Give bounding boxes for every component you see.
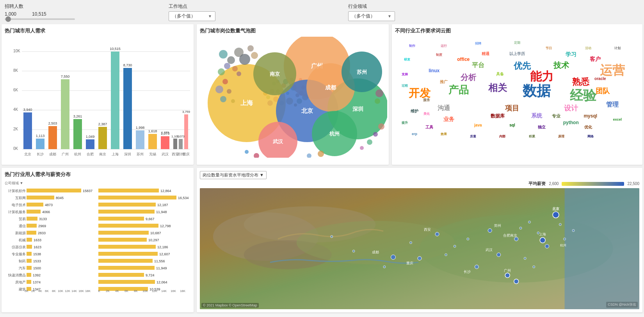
bar-industry-12[interactable] [27,273,31,277]
word-proficient[interactable]: 精通 [482,51,489,57]
word-system2[interactable]: 制度 [436,53,442,57]
word-analyze[interactable]: 分析 [461,72,476,83]
salary-bar-13[interactable] [98,280,155,284]
word-tech[interactable]: 技术 [553,60,569,70]
salary-bar-1[interactable] [98,196,176,199]
word-design[interactable]: 设计 [564,103,578,113]
word-project[interactable]: 项目 [505,103,519,113]
word-tool[interactable]: 工具 [425,125,433,130]
word-principle[interactable]: 原理 [558,134,564,139]
word-with[interactable]: 具备 [496,71,504,77]
word-erp[interactable]: erp [412,132,417,136]
word-preferred[interactable]: 优先 [514,60,531,72]
map-dot-xian[interactable] [435,232,439,236]
bar-industry-0[interactable] [27,189,81,192]
bar-industry-11[interactable] [27,266,32,270]
bar-industry-7[interactable] [27,238,32,242]
word-oracle[interactable]: oracle [594,77,606,81]
bar-hangzhou[interactable] [73,119,82,149]
bar-shenzhen[interactable] [123,68,132,149]
slider-track[interactable] [5,18,75,20]
word-beautify[interactable]: 美化 [423,112,430,116]
bar-shanghai[interactable] [111,52,119,149]
salary-bar-3[interactable] [98,210,155,214]
word-team[interactable]: 团队 [596,86,610,96]
bar-industry-9[interactable] [27,252,32,256]
word-communicate[interactable]: 沟通 [438,104,450,112]
map-dot-shenzhen[interactable] [514,279,519,284]
bar-industry-3[interactable] [27,210,41,214]
map-dot-hefei[interactable] [514,237,518,241]
bar-suzhou[interactable] [136,130,144,149]
salary-bar-9[interactable] [98,252,158,256]
work-location-dropdown[interactable]: （多个值） ▼ [169,11,215,21]
word-run[interactable]: 运行 [441,44,447,48]
bar-chengdu[interactable] [48,126,57,149]
bar-industry-6[interactable] [27,231,36,235]
word-rd[interactable]: 研发 [404,57,410,62]
word-quality[interactable]: 质量 [470,134,476,139]
salary-bar-10[interactable] [98,259,153,263]
word-plan[interactable]: 计划 [614,46,621,50]
word-holiday[interactable]: 节日 [546,46,552,50]
word-professional[interactable]: 专业 [552,113,560,119]
bar-changsha[interactable] [36,139,44,149]
word-service[interactable]: 服务 [423,98,430,103]
map-dot-changsha[interactable] [475,265,479,269]
word-excel[interactable]: excel [613,118,622,121]
word-system[interactable]: 系统 [531,112,542,119]
salary-bar-5[interactable] [98,224,158,228]
bar-xian[interactable] [173,139,177,149]
bar-industry-1[interactable] [27,196,54,199]
word-java[interactable]: java [474,123,482,127]
bar-industry-2[interactable] [27,203,43,207]
bar-hefei[interactable] [86,139,94,149]
salary-bar-12[interactable] [98,273,144,277]
salary-bar-4[interactable] [98,217,144,221]
bar-industry-10[interactable] [27,259,32,263]
word-customer[interactable]: 客户 [590,56,601,63]
bar-industry-5[interactable] [27,224,37,228]
word-make[interactable]: 制作 [409,44,415,48]
word-process[interactable]: 过程 [402,83,408,87]
word-recruit[interactable]: 招聘 [475,41,481,46]
word-education[interactable]: 以上学历 [509,51,525,57]
map-dot-chengdu[interactable] [391,255,395,260]
bar-zhengzhou[interactable] [179,139,183,149]
word-manage[interactable]: 管理 [606,101,619,109]
map-container[interactable]: 北京 上海 广州 杭州 [200,188,639,309]
map-dot-wuhan[interactable] [497,253,501,257]
word-database[interactable]: 数据库 [491,113,505,119]
word-mysql[interactable]: mysql [584,113,597,119]
word-platform[interactable]: 平台 [472,61,484,69]
slider-thumb[interactable] [5,16,11,22]
word-linux[interactable]: linux [429,68,439,73]
word-business[interactable]: 业务 [443,116,454,123]
word-activity[interactable]: 活动 [585,46,591,50]
word-independent[interactable]: 独立 [538,125,546,130]
word-network[interactable]: 网络 [587,134,594,139]
salary-bar-8[interactable] [98,245,156,249]
word-regular[interactable]: 定期 [514,40,520,45]
word-promote[interactable]: 推广 [440,79,448,85]
map-dot-chongqing[interactable] [418,256,422,260]
bar-industry-4[interactable] [27,217,37,221]
word-product[interactable]: 产品 [448,83,469,97]
word-experience[interactable]: 经验 [570,87,596,105]
industry-dropdown[interactable]: （多个值） ▼ [348,11,395,21]
bar-guangzhou[interactable] [61,79,69,149]
word-related[interactable]: 相关 [488,82,507,94]
word-effect[interactable]: 效果 [441,132,447,136]
bar-chongqing[interactable] [184,114,188,149]
word-ability[interactable]: 能力 [530,68,553,84]
map-dot-guangzhou[interactable] [505,273,510,278]
word-learn[interactable]: 学习 [566,51,576,58]
word-improve[interactable]: 提升 [402,121,408,125]
bar-beijing[interactable] [23,112,32,149]
map-dot-zhengzhou[interactable] [488,229,492,233]
map-dot-beijing[interactable] [553,212,559,218]
bar-nanjing[interactable] [98,127,107,149]
word-internal[interactable]: 内部 [499,134,505,139]
word-data[interactable]: 数据 [523,82,551,101]
salary-bar-0[interactable] [98,189,159,192]
